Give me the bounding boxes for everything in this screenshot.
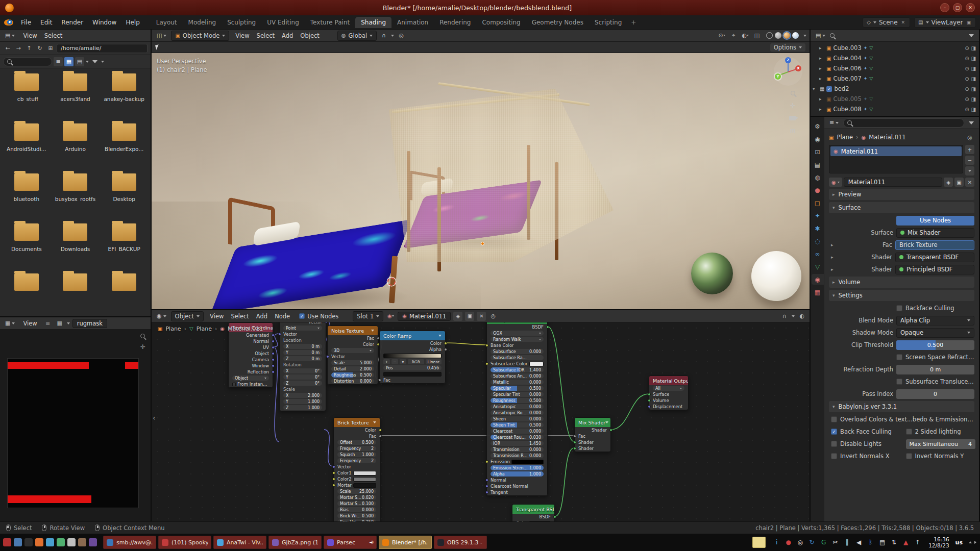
node-field-transmission[interactable]: Transmission0.000 — [491, 447, 544, 452]
task-button-obs-29-1-3-p[interactable]: OBS 29.1.3 - P... — [434, 536, 487, 549]
unlink-material-button[interactable]: ✕ — [965, 178, 974, 187]
tray-security-icon[interactable]: ▲ — [902, 539, 910, 546]
field-fac[interactable]: Brick Texture — [895, 240, 974, 250]
folder-item[interactable] — [2, 273, 51, 315]
output-socket[interactable] — [272, 370, 275, 373]
folder-item[interactable]: Documents — [2, 223, 51, 265]
tray-update-icon[interactable]: ↑ — [914, 539, 921, 546]
field-refraction-depth[interactable]: 0 m — [896, 365, 974, 374]
node-texture-coordinate[interactable]: Texture CoordinateGeneratedNormalUVObjec… — [228, 322, 273, 388]
checkbox-2-sided-lighting[interactable]: 2 Sided lighting — [906, 428, 978, 435]
folder-item[interactable]: _cb_stuff — [2, 73, 51, 115]
workspace-tab-uv-editing[interactable]: UV Editing — [261, 17, 305, 28]
color-swatch[interactable] — [383, 372, 442, 377]
input-socket[interactable] — [485, 344, 488, 347]
image-name-field[interactable]: rugmask — [72, 319, 107, 328]
outliner-row[interactable]: ▸▣Cube.007✦▽⊙◨ — [811, 73, 979, 84]
blender-logo-icon[interactable] — [4, 19, 13, 26]
menu-help[interactable]: Help — [121, 17, 144, 28]
node-mix-shader[interactable]: Mix ShaderShaderFacShaderShader — [574, 417, 611, 452]
add-stop-button[interactable]: + — [383, 359, 390, 364]
workspace-tab-scripting[interactable]: Scripting — [589, 17, 627, 28]
new-view-layer-icon[interactable]: ▣ — [965, 20, 972, 25]
menu-view[interactable]: View — [19, 31, 40, 40]
node-field-y[interactable]: Y0 m — [283, 350, 322, 355]
properties-tab-physics[interactable]: ◌ — [812, 236, 824, 246]
search-input[interactable] — [843, 118, 964, 128]
node-field-x[interactable]: X0° — [283, 368, 322, 373]
workspace-tab-rendering[interactable]: Rendering — [434, 17, 476, 28]
color-swatch[interactable] — [511, 460, 544, 464]
back-button[interactable]: ← — [3, 44, 12, 53]
remove-slot-button[interactable]: − — [965, 156, 974, 165]
output-socket[interactable] — [444, 342, 447, 345]
node-field-distortion[interactable]: Distortion0.000 — [331, 379, 374, 384]
preview-sphere-white[interactable] — [751, 251, 801, 301]
breadcrumb-object[interactable]: Plane — [165, 325, 181, 332]
remove-stop-button[interactable]: − — [391, 359, 398, 364]
node-header[interactable]: Brick Texture — [334, 418, 380, 427]
properties-tab-scene[interactable]: ◍ — [812, 172, 824, 183]
input-socket[interactable] — [332, 478, 335, 481]
node-field-scale[interactable]: Scale5.000 — [331, 360, 374, 365]
input-socket[interactable] — [485, 491, 488, 494]
pin-icon[interactable]: ◎ — [965, 133, 974, 142]
node-field-ior[interactable]: IOR1.450 — [491, 441, 544, 446]
axis-x-handle[interactable]: X — [795, 65, 801, 71]
node-link[interactable] — [324, 430, 333, 466]
disable-render-icon[interactable]: ◨ — [971, 45, 976, 51]
checkbox-backface-culling[interactable]: Backface Culling — [896, 305, 954, 312]
workspace-add-button[interactable]: + — [627, 17, 640, 28]
options-button[interactable]: Options — [770, 43, 805, 52]
output-socket[interactable] — [272, 364, 275, 367]
material-preview-button[interactable] — [783, 32, 790, 39]
disable-render-icon[interactable]: ◨ — [971, 96, 976, 102]
launcher-office[interactable] — [67, 538, 76, 546]
zoom-icon[interactable] — [140, 334, 145, 338]
add-slot-button[interactable]: + — [965, 145, 974, 154]
filter-button[interactable] — [967, 118, 976, 128]
node-field-row-height[interactable]: Row Height0.250 — [337, 519, 376, 521]
node-field-z[interactable]: Z1.000 — [283, 405, 322, 410]
scene-selector[interactable]: ◇ Scene ✕ — [863, 17, 910, 28]
zoom-icon[interactable] — [791, 91, 795, 95]
node-noise-texture[interactable]: Noise TextureFacColor3DVectorScale5.000D… — [327, 325, 378, 385]
expand-arrow-icon[interactable]: ▸ — [819, 107, 824, 112]
disable-render-icon[interactable]: ◨ — [971, 56, 976, 61]
launcher-menu[interactable] — [3, 538, 11, 546]
keyboard-layout[interactable]: us — [955, 539, 963, 546]
input-socket[interactable] — [648, 393, 651, 396]
folder-item[interactable]: acers3fand — [51, 73, 100, 115]
node-field-roughness[interactable]: Roughness0.500 — [331, 372, 374, 378]
input-socket[interactable] — [378, 379, 381, 382]
folder-item[interactable]: Desktop — [100, 173, 149, 215]
hide-eye-icon[interactable]: ⊙ — [965, 107, 969, 112]
launcher-ide[interactable] — [89, 538, 97, 546]
node-header[interactable]: Mix Shader — [575, 418, 610, 427]
menu-file[interactable]: File — [16, 17, 36, 28]
task-button-gjbza-png-1[interactable]: GjbZa.png (1... — [268, 536, 322, 549]
menu-select[interactable]: Select — [227, 312, 252, 321]
launcher-mail[interactable] — [46, 538, 54, 546]
node-canvas[interactable]: ▣ Plane › ▽ Plane › ◉ Material.011 ‹ Tex… — [152, 322, 810, 521]
editor-type-button[interactable]: ▤ — [3, 31, 17, 40]
browse-material-button[interactable]: ◉ — [386, 312, 395, 321]
editor-type-button[interactable]: ◫ — [155, 31, 168, 40]
checkbox-disable-lights[interactable]: Disable Lights — [831, 440, 903, 447]
material-slots-list[interactable]: ◉ Material.011 — [829, 145, 963, 173]
canopy-net[interactable] — [389, 89, 614, 262]
node-field-subsurface-ior[interactable]: Subsurface IOR1.400 — [491, 367, 544, 372]
hide-eye-icon[interactable]: ⊙ — [965, 56, 969, 61]
node-dropdown-object[interactable]: Object — [232, 375, 269, 381]
properties-tab-tool[interactable]: ⚙ — [812, 121, 824, 132]
pan-hand-icon[interactable]: ✛ — [790, 102, 795, 109]
menu-node[interactable]: Node — [271, 312, 293, 321]
collection-checkbox[interactable]: ✓ — [826, 86, 832, 92]
slider-clip-threshold[interactable]: 0.500 — [896, 340, 974, 350]
input-socket[interactable] — [332, 465, 335, 468]
expand-arrow-icon[interactable]: ▸ — [819, 76, 824, 81]
checkbox-subsurface-translucency[interactable]: Subsurface Translucency — [896, 378, 974, 385]
outliner-row[interactable]: ▸▣Cube.006✦▽⊙◨ — [811, 63, 979, 73]
workspace-tab-sculpting[interactable]: Sculpting — [222, 17, 261, 28]
shading-options-dropdown[interactable] — [803, 35, 806, 37]
